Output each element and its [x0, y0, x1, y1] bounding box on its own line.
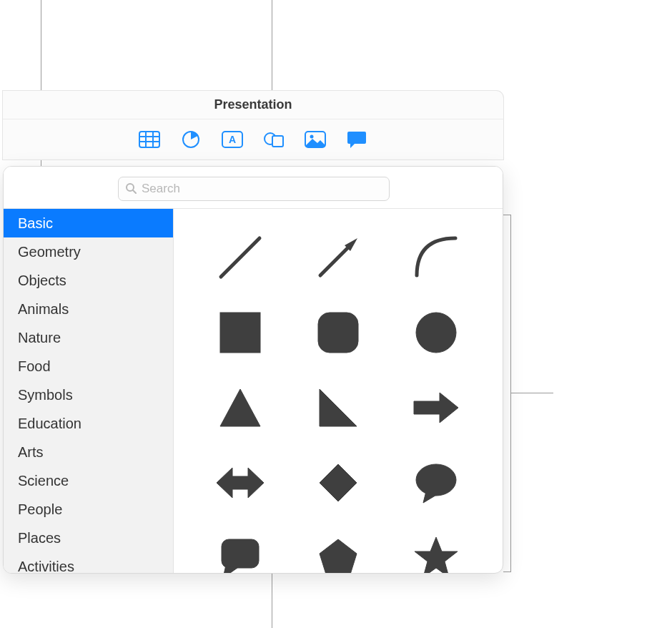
shape-circle[interactable]	[408, 305, 464, 360]
media-icon	[305, 131, 326, 148]
shape-rounded-square[interactable]	[310, 305, 366, 360]
text-icon: A	[222, 131, 243, 148]
shape-speech-oval[interactable]	[408, 455, 464, 511]
svg-point-19	[416, 313, 456, 353]
shape-square[interactable]	[212, 305, 268, 360]
shape-line[interactable]	[212, 230, 268, 285]
search-input[interactable]	[118, 177, 390, 201]
sidebar-item-people[interactable]: People	[4, 495, 173, 524]
table-button[interactable]	[135, 127, 164, 152]
svg-marker-21	[320, 389, 357, 426]
svg-point-11	[310, 135, 314, 139]
shape-curve[interactable]	[408, 230, 464, 285]
shapes-grid	[174, 209, 503, 573]
toolbar: A	[3, 119, 503, 160]
svg-rect-18	[318, 313, 358, 353]
callout-line	[510, 393, 553, 393]
callout-line	[272, 574, 272, 628]
shape-diamond[interactable]	[310, 455, 366, 511]
sidebar-item-arts[interactable]: Arts	[4, 438, 173, 466]
svg-text:A: A	[229, 134, 236, 145]
shape-speech-square[interactable]	[212, 530, 268, 574]
sidebar-item-symbols[interactable]: Symbols	[4, 381, 173, 409]
chart-icon	[182, 130, 200, 149]
svg-rect-0	[139, 132, 159, 147]
shape-star[interactable]	[408, 530, 464, 574]
shape-icon	[263, 130, 285, 149]
svg-rect-27	[222, 539, 259, 568]
app-window: Presentation A	[3, 91, 503, 160]
sidebar-item-activities[interactable]: Activities	[4, 552, 173, 573]
svg-line-14	[221, 238, 260, 277]
sidebar-item-geometry[interactable]: Geometry	[4, 237, 173, 266]
sidebar-item-nature[interactable]: Nature	[4, 323, 173, 352]
svg-marker-23	[217, 468, 264, 498]
shape-arrow-right[interactable]	[408, 380, 464, 436]
svg-line-15	[320, 244, 352, 275]
comment-icon	[347, 130, 367, 149]
shape-pentagon[interactable]	[310, 530, 366, 574]
shape-arrow-left-right[interactable]	[212, 455, 268, 511]
shape-arrow-line[interactable]	[310, 230, 366, 285]
sidebar-item-places[interactable]: Places	[4, 524, 173, 552]
shape-right-triangle[interactable]	[310, 380, 366, 436]
search-bar	[4, 167, 503, 208]
sidebar-item-science[interactable]: Science	[4, 466, 173, 495]
svg-marker-30	[415, 537, 458, 574]
category-sidebar: Basic Geometry Objects Animals Nature Fo…	[4, 209, 174, 573]
text-button[interactable]: A	[218, 127, 247, 152]
window-title: Presentation	[3, 91, 503, 119]
media-button[interactable]	[301, 127, 330, 152]
sidebar-item-education[interactable]: Education	[4, 409, 173, 438]
table-icon	[139, 131, 160, 148]
svg-rect-9	[272, 136, 283, 147]
svg-rect-17	[220, 313, 260, 353]
callout-line	[510, 215, 511, 572]
callout-line	[503, 571, 510, 572]
shape-button[interactable]	[260, 127, 288, 152]
chart-button[interactable]	[177, 127, 205, 152]
svg-point-25	[416, 464, 456, 496]
shape-triangle[interactable]	[212, 380, 268, 436]
sidebar-item-food[interactable]: Food	[4, 352, 173, 381]
callout-line	[503, 215, 510, 215]
svg-marker-20	[220, 389, 260, 426]
comment-button[interactable]	[342, 127, 371, 152]
svg-marker-22	[414, 393, 458, 423]
svg-marker-29	[320, 539, 357, 574]
shapes-popover: Basic Geometry Objects Animals Nature Fo…	[3, 166, 503, 574]
sidebar-item-animals[interactable]: Animals	[4, 295, 173, 323]
sidebar-item-objects[interactable]: Objects	[4, 266, 173, 295]
sidebar-item-basic[interactable]: Basic	[4, 209, 173, 237]
svg-marker-24	[320, 464, 357, 501]
